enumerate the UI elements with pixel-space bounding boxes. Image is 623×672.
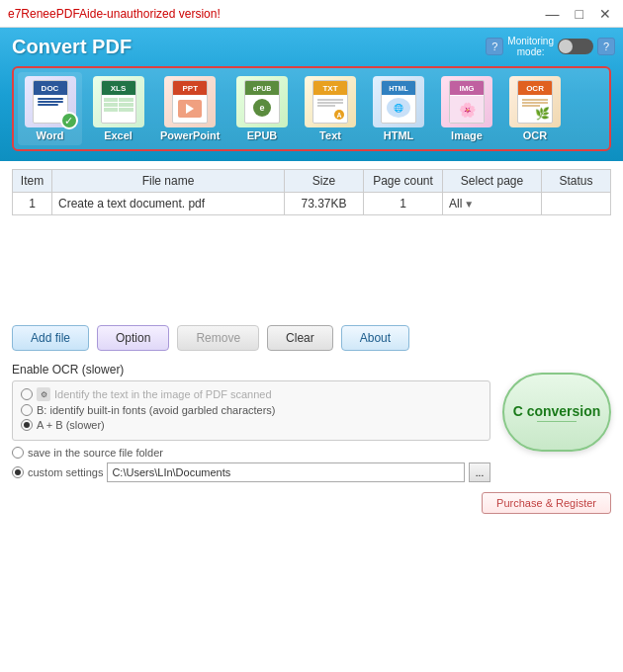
conversion-type-powerpoint[interactable]: PPT PowerPoint (154, 72, 226, 145)
about-button[interactable]: About (341, 325, 409, 351)
row-size: 73.37KB (285, 193, 364, 215)
purchase-register-button[interactable]: Purchase & Register (482, 492, 611, 514)
conversion-type-ocr[interactable]: OCR 🌿 OCR (503, 72, 568, 145)
help-icon-right[interactable]: ? (597, 38, 615, 55)
ocr-option-ab[interactable]: A + B (slower) (21, 419, 482, 431)
save-option-label: save in the source file folder (28, 447, 163, 459)
monitoring-toggle[interactable] (558, 39, 593, 54)
conversion-type-html[interactable]: HTML 🌐 HTML (367, 72, 431, 145)
epub-label: EPUB (247, 129, 278, 141)
word-check-badge: ✓ (60, 112, 78, 129)
clear-button[interactable]: Clear (267, 325, 333, 351)
ocr-options-box: ⚙ Identify the text in the image of PDF … (12, 380, 490, 441)
ocr-option-b[interactable]: B: identify built-in fonts (avoid garble… (21, 404, 482, 416)
row-item: 1 (13, 193, 52, 215)
page-title: Convert PDF (12, 36, 132, 58)
header-area: Convert PDF ? Monitoring mode: ? (0, 28, 623, 161)
c-conv-divider (537, 421, 577, 422)
radio-ab[interactable] (21, 419, 33, 431)
purchase-row: Purchase & Register (0, 488, 623, 520)
radio-save[interactable] (12, 447, 24, 459)
col-size: Size (285, 170, 364, 193)
row-filename: Create a text document. pdf (52, 193, 285, 215)
table-row: 1 Create a text document. pdf 73.37KB 1 … (13, 193, 611, 215)
radio-b[interactable] (21, 404, 33, 416)
text-label: Text (319, 129, 341, 141)
conversion-type-word[interactable]: DOC ✓ Word (18, 72, 82, 145)
save-row: save in the source file folder (12, 447, 490, 459)
ocr-label: OCR (523, 129, 547, 141)
col-filename: File name (52, 170, 285, 193)
ocr-section-title: Enable OCR (slower) (12, 363, 490, 377)
ocr-section: Enable OCR (slower) ⚙ Identify the text … (12, 363, 490, 482)
bottom-area: Enable OCR (slower) ⚙ Identify the text … (0, 357, 623, 488)
html-label: HTML (384, 129, 414, 141)
dropdown-arrow-icon: ▼ (464, 199, 474, 210)
conversion-type-text[interactable]: TXT A Text (299, 72, 363, 145)
file-table: Item File name Size Page count Select pa… (12, 169, 611, 215)
col-item: Item (13, 170, 52, 193)
title-bar-controls: — □ ✕ (542, 6, 615, 22)
ocr-option-a[interactable]: ⚙ Identify the text in the image of PDF … (21, 387, 482, 401)
powerpoint-label: PowerPoint (160, 129, 221, 141)
help-icon-left[interactable]: ? (486, 38, 503, 55)
select-page-value: All (449, 197, 462, 210)
conversion-type-epub[interactable]: ePUB e EPUB (230, 72, 295, 145)
ocr-option-a-label: Identify the text in the image of PDF sc… (54, 388, 272, 400)
c-conversion-button[interactable]: C conversion (502, 373, 611, 452)
row-selectpage[interactable]: All ▼ (443, 193, 542, 215)
monitoring-mode-label: Monitoring (507, 36, 554, 46)
maximize-button[interactable]: □ (572, 6, 587, 22)
close-button[interactable]: ✕ (595, 6, 615, 22)
word-label: Word (37, 129, 64, 141)
custom-path-input[interactable] (107, 462, 465, 482)
conversion-types-container: DOC ✓ Word (12, 66, 611, 151)
radio-a[interactable] (21, 388, 33, 400)
title-bar: e7ReneePDFAide-unauthorized version! — □… (0, 0, 623, 28)
monitoring-mode-area: ? Monitoring mode: ? (486, 36, 615, 57)
ocr-option-b-label: B: identify built-in fonts (avoid garble… (37, 404, 276, 416)
minimize-button[interactable]: — (542, 6, 564, 22)
radio-custom[interactable] (12, 466, 24, 478)
action-buttons-row: Add file Option Remove Clear About (0, 319, 623, 357)
conversion-type-image[interactable]: IMG 🌸 Image (435, 72, 499, 145)
custom-settings-label: custom settings (28, 466, 103, 478)
row-status (542, 193, 611, 215)
file-table-area: Item File name Size Page count Select pa… (0, 161, 623, 319)
browse-button[interactable]: ... (469, 462, 490, 482)
excel-label: Excel (104, 129, 133, 141)
option-button[interactable]: Option (97, 325, 169, 351)
ocr-option-ab-label: A + B (slower) (37, 419, 105, 431)
image-label: Image (451, 129, 483, 141)
col-pagecount: Page count (364, 170, 443, 193)
ocr-icon-small: ⚙ (37, 387, 50, 401)
remove-button[interactable]: Remove (177, 325, 259, 351)
row-pagecount: 1 (364, 193, 443, 215)
path-row: custom settings ... (12, 462, 490, 482)
col-selectpage: Select page (443, 170, 542, 193)
main-content: Convert PDF ? Monitoring mode: ? (0, 28, 623, 672)
title-bar-text: e7ReneePDFAide-unauthorized version! (8, 7, 221, 21)
conversion-type-excel[interactable]: XLS Excel (86, 72, 150, 145)
c-conversion-label: C conversion (513, 403, 601, 419)
add-file-button[interactable]: Add file (12, 325, 89, 351)
col-status: Status (542, 170, 611, 193)
monitoring-mode-label2: mode: (507, 46, 554, 57)
